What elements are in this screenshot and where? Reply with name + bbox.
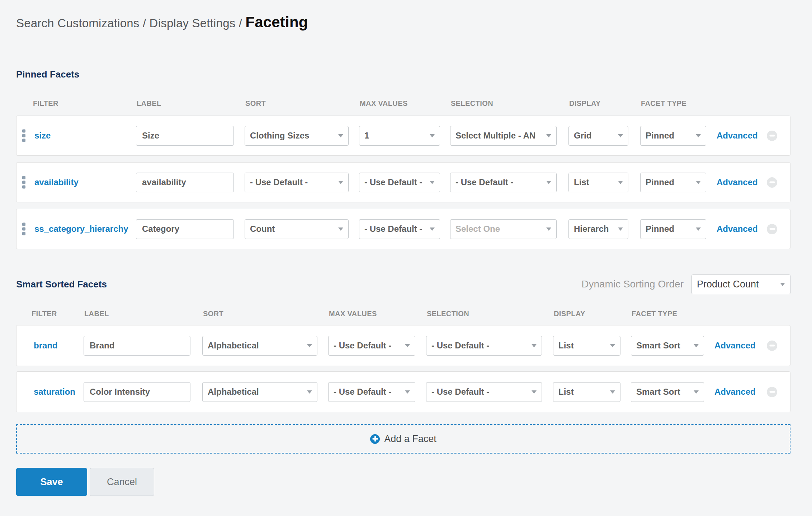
- advanced-link[interactable]: Advanced: [717, 131, 758, 141]
- max-values-select-value: - Use Default -: [364, 224, 422, 234]
- remove-facet-icon[interactable]: [767, 341, 777, 351]
- selection-select[interactable]: - Use Default -: [426, 382, 542, 402]
- column-header-facet-type: FACET TYPE: [640, 99, 706, 108]
- pinned-table-header: FILTER LABEL SORT MAX VALUES SELECTION D…: [16, 99, 790, 108]
- chevron-down-icon: [610, 390, 615, 394]
- selection-select[interactable]: - Use Default -: [450, 173, 557, 192]
- max-values-select-value: - Use Default -: [334, 387, 391, 397]
- chevron-down-icon: [430, 181, 435, 184]
- column-header-label: LABEL: [83, 310, 190, 318]
- cancel-button[interactable]: Cancel: [90, 468, 154, 496]
- facet-type-select[interactable]: Pinned: [640, 126, 706, 146]
- page-title: Faceting: [245, 14, 308, 31]
- chevron-down-icon: [618, 134, 623, 137]
- remove-facet-icon[interactable]: [767, 177, 777, 188]
- sort-select-value: Alphabetical: [208, 387, 259, 397]
- label-input[interactable]: [136, 219, 234, 239]
- chevron-down-icon: [546, 134, 551, 137]
- dynamic-sorting-group: Dynamic Sorting Order Product Count: [581, 275, 790, 294]
- facet-row-saturation: saturation Alphabetical - Use Default - …: [16, 371, 790, 412]
- filter-cell: brand: [16, 325, 84, 366]
- label-input[interactable]: [136, 126, 234, 146]
- filter-link[interactable]: ss_category_hierarchy: [16, 224, 128, 234]
- column-header-selection: SELECTION: [450, 99, 556, 108]
- drag-handle-icon[interactable]: [22, 176, 25, 189]
- filter-link[interactable]: saturation: [16, 387, 75, 397]
- filter-link[interactable]: brand: [16, 341, 58, 351]
- sort-select[interactable]: Alphabetical: [202, 382, 317, 402]
- filter-cell: size: [16, 116, 136, 155]
- display-select[interactable]: Hierarch: [568, 219, 628, 239]
- selection-select[interactable]: Select Multiple - AN: [450, 126, 557, 146]
- filter-link[interactable]: size: [16, 131, 51, 141]
- facet-type-select-value: Pinned: [646, 131, 674, 141]
- column-header-display: DISPLAY: [553, 310, 620, 318]
- faceting-page: Search Customizations / Display Settings…: [16, 0, 790, 496]
- label-input[interactable]: [136, 173, 234, 192]
- facet-type-select[interactable]: Pinned: [640, 219, 706, 239]
- column-header-facet-type: FACET TYPE: [631, 310, 704, 318]
- advanced-link[interactable]: Advanced: [717, 177, 758, 187]
- dynamic-sorting-select[interactable]: Product Count: [691, 275, 790, 294]
- display-select[interactable]: List: [553, 336, 620, 356]
- facet-type-select-value: Pinned: [646, 177, 674, 187]
- sort-select-value: - Use Default -: [250, 177, 308, 187]
- display-select-value: Grid: [574, 131, 591, 141]
- chevron-down-icon: [430, 227, 435, 231]
- add-facet-button[interactable]: Add a Facet: [16, 424, 790, 454]
- sort-select[interactable]: - Use Default -: [245, 173, 349, 192]
- selection-select-value: - Use Default -: [431, 387, 489, 397]
- remove-facet-icon[interactable]: [767, 387, 777, 397]
- chevron-down-icon: [405, 390, 410, 394]
- drag-handle-icon[interactable]: [22, 130, 25, 142]
- display-select-value: Hierarch: [574, 224, 609, 234]
- selection-select[interactable]: - Use Default -: [426, 336, 542, 356]
- sort-select[interactable]: Clothing Sizes: [245, 126, 349, 146]
- max-values-select[interactable]: - Use Default -: [359, 173, 440, 192]
- smart-table-header: FILTER LABEL SORT MAX VALUES SELECTION D…: [16, 309, 790, 318]
- label-input[interactable]: [84, 336, 190, 356]
- sort-select-value: Clothing Sizes: [250, 131, 309, 141]
- facet-row-size: size Clothing Sizes 1 Select Multiple - …: [16, 116, 790, 156]
- chevron-down-icon: [546, 227, 551, 231]
- facet-type-select-value: Smart Sort: [636, 341, 680, 351]
- column-header-display: DISPLAY: [568, 99, 628, 108]
- chevron-down-icon: [780, 283, 785, 286]
- selection-select-value: Select Multiple - AN: [455, 131, 535, 141]
- advanced-link[interactable]: Advanced: [714, 341, 756, 351]
- max-values-select[interactable]: - Use Default -: [359, 219, 440, 239]
- chevron-down-icon: [532, 344, 537, 347]
- filter-link[interactable]: availability: [16, 177, 79, 187]
- chevron-down-icon: [307, 344, 312, 347]
- display-select[interactable]: List: [568, 173, 628, 192]
- advanced-link[interactable]: Advanced: [717, 224, 758, 234]
- save-button[interactable]: Save: [16, 468, 87, 496]
- max-values-select[interactable]: - Use Default -: [328, 336, 415, 356]
- sort-select[interactable]: Alphabetical: [202, 336, 317, 356]
- max-values-select[interactable]: - Use Default -: [328, 382, 415, 402]
- drag-handle-icon[interactable]: [22, 223, 25, 235]
- column-header-max-values: MAX VALUES: [359, 99, 440, 108]
- facet-type-select[interactable]: Pinned: [640, 173, 706, 192]
- column-header-sort: SORT: [202, 310, 317, 318]
- sort-select[interactable]: Count: [245, 219, 349, 239]
- display-select[interactable]: Grid: [568, 126, 628, 146]
- advanced-link[interactable]: Advanced: [714, 387, 756, 397]
- remove-facet-icon[interactable]: [767, 224, 777, 234]
- facet-type-select[interactable]: Smart Sort: [631, 382, 704, 402]
- max-values-select[interactable]: 1: [359, 126, 440, 146]
- remove-facet-icon[interactable]: [767, 131, 777, 141]
- display-select-value: List: [558, 341, 574, 351]
- display-select-value: List: [574, 177, 589, 187]
- label-input[interactable]: [84, 382, 190, 402]
- facet-type-select[interactable]: Smart Sort: [631, 336, 704, 356]
- display-select[interactable]: List: [553, 382, 620, 402]
- max-values-select-value: - Use Default -: [364, 177, 422, 187]
- chevron-down-icon: [694, 390, 699, 394]
- chevron-down-icon: [338, 134, 343, 137]
- breadcrumb-path[interactable]: Search Customizations / Display Settings…: [16, 17, 242, 30]
- facet-row-availability: availability - Use Default - - Use Defau…: [16, 162, 790, 202]
- facet-type-select-value: Smart Sort: [636, 387, 680, 397]
- selection-select-value: Select One: [455, 224, 500, 234]
- selection-select[interactable]: Select One: [450, 219, 557, 239]
